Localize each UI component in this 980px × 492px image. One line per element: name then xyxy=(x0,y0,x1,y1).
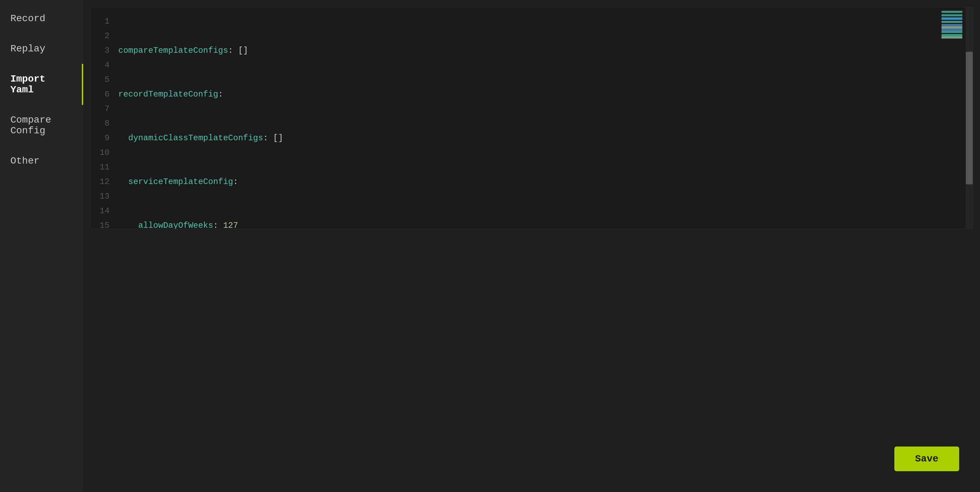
line-num-11: 11 xyxy=(91,160,115,175)
line-num-14: 14 xyxy=(91,204,115,219)
line-numbers: 1 2 3 4 5 6 7 8 9 10 11 12 13 14 15 16 xyxy=(91,7,115,229)
line-num-1: 1 xyxy=(91,14,115,29)
sidebar-item-label: Other xyxy=(10,155,40,166)
sidebar-item-label: Import Yaml xyxy=(10,73,45,95)
line-num-3: 3 xyxy=(91,43,115,58)
scrollbar-track[interactable] xyxy=(966,7,973,229)
line-num-10: 10 xyxy=(91,145,115,160)
code-line-4: serviceTemplateConfig: xyxy=(118,175,966,189)
line-num-9: 9 xyxy=(91,131,115,145)
main-content: 1 2 3 4 5 6 7 8 9 10 11 12 13 14 15 16 c… xyxy=(83,0,980,492)
code-line-5: allowDayOfWeeks: 127 xyxy=(118,219,966,229)
editor-inner: 1 2 3 4 5 6 7 8 9 10 11 12 13 14 15 16 c… xyxy=(91,7,973,229)
editor-container: 1 2 3 4 5 6 7 8 9 10 11 12 13 14 15 16 c… xyxy=(90,7,973,229)
line-num-4: 4 xyxy=(91,58,115,73)
line-num-6: 6 xyxy=(91,87,115,102)
sidebar-item-compare-config[interactable]: Compare Config xyxy=(0,105,83,146)
sidebar-item-label: Record xyxy=(10,13,45,24)
sidebar-item-other[interactable]: Other xyxy=(0,146,83,176)
minimap xyxy=(942,11,963,38)
line-num-15: 15 xyxy=(91,219,115,229)
sidebar: Record Replay Import Yaml Compare Config… xyxy=(0,0,83,492)
code-line-2: recordTemplateConfig: xyxy=(118,87,966,102)
line-num-2: 2 xyxy=(91,29,115,43)
sidebar-item-record[interactable]: Record xyxy=(0,3,83,34)
sidebar-item-label: Replay xyxy=(10,43,45,54)
line-num-12: 12 xyxy=(91,175,115,189)
sidebar-item-replay[interactable]: Replay xyxy=(0,34,83,64)
sidebar-item-label: Compare Config xyxy=(10,115,51,136)
line-num-5: 5 xyxy=(91,73,115,87)
minimap-visualization xyxy=(942,11,963,38)
line-num-7: 7 xyxy=(91,102,115,116)
save-button[interactable]: Save xyxy=(894,447,959,471)
scrollbar-thumb[interactable] xyxy=(966,52,973,185)
code-line-1: compareTemplateConfigs: [] xyxy=(118,43,966,58)
line-num-13: 13 xyxy=(91,189,115,204)
code-editor[interactable]: compareTemplateConfigs: [] recordTemplat… xyxy=(115,7,973,229)
code-line-3: dynamicClassTemplateConfigs: [] xyxy=(118,131,966,145)
sidebar-item-import-yaml[interactable]: Import Yaml xyxy=(0,64,83,105)
line-num-8: 8 xyxy=(91,116,115,131)
